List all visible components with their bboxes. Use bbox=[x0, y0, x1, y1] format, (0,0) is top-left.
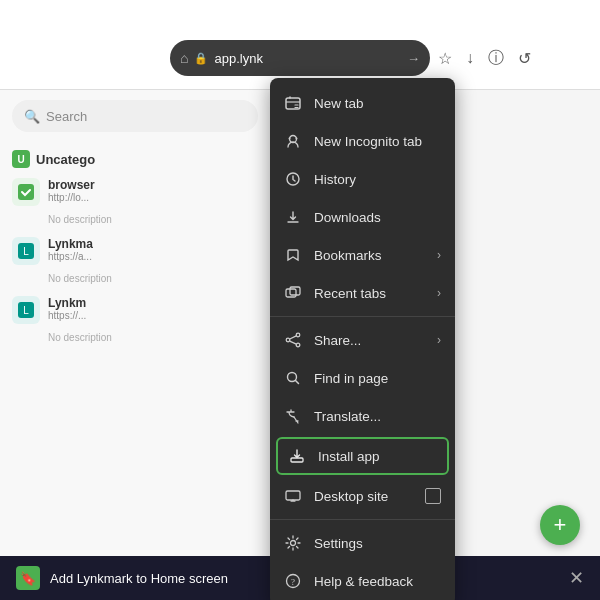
bookmark-item-2[interactable]: L Lynkma https://a... bbox=[0, 231, 270, 271]
star-icon[interactable]: ☆ bbox=[438, 49, 452, 68]
svg-point-7 bbox=[289, 138, 291, 140]
menu-item-bookmarks[interactable]: Bookmarks › bbox=[270, 236, 455, 274]
fab-button[interactable]: + bbox=[540, 505, 580, 545]
svg-rect-0 bbox=[18, 184, 34, 200]
bookmarks-icon bbox=[284, 246, 302, 264]
install-app-label: Install app bbox=[318, 449, 437, 464]
fab-icon: + bbox=[554, 512, 567, 538]
svg-point-12 bbox=[296, 333, 300, 337]
menu-divider-1 bbox=[270, 316, 455, 317]
info-icon[interactable]: ⓘ bbox=[488, 48, 504, 69]
bookmark-desc-1: No description bbox=[0, 212, 270, 231]
desktop-site-checkbox[interactable] bbox=[425, 488, 441, 504]
search-bar[interactable]: 🔍 Search bbox=[12, 100, 258, 132]
menu-item-history[interactable]: History bbox=[270, 160, 455, 198]
download-icon[interactable]: ↓ bbox=[466, 49, 474, 67]
address-bar[interactable]: ⌂ 🔒 app.lynk → bbox=[170, 40, 430, 76]
svg-rect-16 bbox=[291, 458, 303, 462]
svg-point-8 bbox=[296, 138, 298, 140]
recent-tabs-icon bbox=[284, 284, 302, 302]
new-tab-icon bbox=[284, 94, 302, 112]
svg-point-14 bbox=[286, 338, 290, 342]
desktop-site-label: Desktop site bbox=[314, 489, 413, 504]
reload-icon[interactable]: ↺ bbox=[518, 49, 531, 68]
address-bar-actions: ☆ ↓ ⓘ ↺ bbox=[430, 40, 590, 76]
bookmark-info-3: Lynkm https://... bbox=[48, 296, 258, 321]
page-content: 🔍 Search U Uncatego browser http://lo...… bbox=[0, 90, 270, 570]
bookmark-name-3: Lynkm bbox=[48, 296, 258, 310]
settings-label: Settings bbox=[314, 536, 441, 551]
find-icon bbox=[284, 369, 302, 387]
bookmark-info-2: Lynkma https://a... bbox=[48, 237, 258, 262]
svg-text:L: L bbox=[23, 246, 29, 257]
bookmark-item-3[interactable]: L Lynkm https://... bbox=[0, 290, 270, 330]
bookmark-url-3: https://... bbox=[48, 310, 258, 321]
menu-item-desktop-site[interactable]: Desktop site bbox=[270, 477, 455, 515]
svg-point-13 bbox=[296, 343, 300, 347]
menu-item-share[interactable]: Share... › bbox=[270, 321, 455, 359]
dropdown-menu: New tab New Incognito tab History Downlo… bbox=[270, 78, 455, 600]
settings-icon bbox=[284, 534, 302, 552]
section-header: U Uncatego bbox=[0, 142, 270, 172]
share-arrow: › bbox=[437, 333, 441, 347]
svg-text:?: ? bbox=[291, 577, 295, 587]
history-label: History bbox=[314, 172, 441, 187]
bookmark-icon-3: L bbox=[12, 296, 40, 324]
bookmark-icon-2: L bbox=[12, 237, 40, 265]
bookmark-url-2: https://a... bbox=[48, 251, 258, 262]
incognito-label: New Incognito tab bbox=[314, 134, 441, 149]
menu-divider-2 bbox=[270, 519, 455, 520]
url-text: app.lynk bbox=[214, 51, 401, 66]
menu-item-new-tab[interactable]: New tab bbox=[270, 84, 455, 122]
svg-point-18 bbox=[291, 541, 296, 546]
find-label: Find in page bbox=[314, 371, 441, 386]
svg-rect-10 bbox=[286, 289, 296, 297]
lock-icon: 🔒 bbox=[194, 52, 208, 65]
downloads-label: Downloads bbox=[314, 210, 441, 225]
downloads-icon bbox=[284, 208, 302, 226]
menu-item-settings[interactable]: Settings bbox=[270, 524, 455, 562]
help-label: Help & feedback bbox=[314, 574, 441, 589]
bookmarks-label: Bookmarks bbox=[314, 248, 425, 263]
menu-item-find[interactable]: Find in page bbox=[270, 359, 455, 397]
svg-rect-17 bbox=[286, 491, 300, 500]
bookmark-desc-2: No description bbox=[0, 271, 270, 290]
svg-text:L: L bbox=[23, 305, 29, 316]
bookmark-desc-3: No description bbox=[0, 330, 270, 349]
section-badge: U bbox=[12, 150, 30, 168]
share-label: Share... bbox=[314, 333, 425, 348]
help-icon: ? bbox=[284, 572, 302, 590]
banner-close[interactable]: ✕ bbox=[569, 567, 584, 589]
bookmark-name-2: Lynkma bbox=[48, 237, 258, 251]
menu-item-install-app[interactable]: Install app bbox=[276, 437, 449, 475]
banner-icon: 🔖 bbox=[16, 566, 40, 590]
forward-icon: → bbox=[407, 51, 420, 66]
history-icon bbox=[284, 170, 302, 188]
recent-tabs-label: Recent tabs bbox=[314, 286, 425, 301]
bookmarks-arrow: › bbox=[437, 248, 441, 262]
bookmark-url-1: http://lo... bbox=[48, 192, 258, 203]
menu-item-recent-tabs[interactable]: Recent tabs › bbox=[270, 274, 455, 312]
bookmark-info-1: browser http://lo... bbox=[48, 178, 258, 203]
menu-item-incognito[interactable]: New Incognito tab bbox=[270, 122, 455, 160]
translate-label: Translate... bbox=[314, 409, 441, 424]
section-title: Uncatego bbox=[36, 152, 95, 167]
bookmark-icon-1 bbox=[12, 178, 40, 206]
search-icon: 🔍 bbox=[24, 109, 40, 124]
desktop-icon bbox=[284, 487, 302, 505]
incognito-icon bbox=[284, 132, 302, 150]
recent-tabs-arrow: › bbox=[437, 286, 441, 300]
svg-rect-11 bbox=[290, 287, 300, 295]
menu-item-downloads[interactable]: Downloads bbox=[270, 198, 455, 236]
install-icon bbox=[288, 447, 306, 465]
home-icon: ⌂ bbox=[180, 50, 188, 66]
share-icon bbox=[284, 331, 302, 349]
menu-item-translate[interactable]: Translate... bbox=[270, 397, 455, 435]
new-tab-label: New tab bbox=[314, 96, 441, 111]
search-label: Search bbox=[46, 109, 87, 124]
menu-item-help[interactable]: ? Help & feedback bbox=[270, 562, 455, 600]
bookmark-name-1: browser bbox=[48, 178, 258, 192]
bookmark-item[interactable]: browser http://lo... bbox=[0, 172, 270, 212]
translate-icon bbox=[284, 407, 302, 425]
